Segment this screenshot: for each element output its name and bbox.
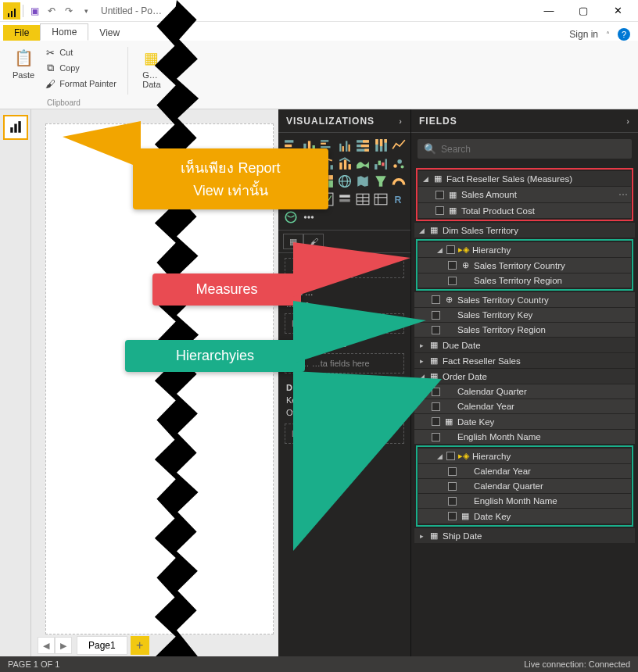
svg-rect-10 — [321, 143, 326, 145]
format-painter-button[interactable]: 🖌Format Painter — [42, 77, 118, 91]
checkbox[interactable] — [448, 497, 457, 506]
undo-icon[interactable]: ↶ — [43, 2, 60, 20]
measure-icon: ▦ — [447, 206, 458, 216]
checkbox[interactable] — [448, 482, 457, 491]
checkbox[interactable] — [446, 245, 455, 254]
svg-rect-28 — [385, 139, 387, 143]
cut-button[interactable]: ✂Cut — [42, 45, 118, 59]
table-row[interactable]: ◢▦Dim Sales Territory — [414, 223, 635, 238]
table-row[interactable]: ◢▦Order Date — [414, 369, 635, 384]
line-chart-icon[interactable] — [391, 138, 407, 153]
waterfall-icon[interactable] — [373, 155, 389, 171]
svg-point-43 — [397, 159, 402, 164]
collapse-panel-icon[interactable]: › — [626, 116, 630, 126]
app-logo-icon — [3, 2, 20, 20]
filled-map-icon[interactable] — [355, 173, 371, 189]
field-row[interactable]: Calendar Quarter — [418, 479, 631, 493]
page-next-button[interactable]: ▶ — [55, 637, 72, 654]
page-tab-1[interactable]: Page1 — [77, 636, 127, 655]
visualizations-header: VISUALIZATIONS › — [278, 109, 410, 133]
search-input[interactable] — [441, 144, 625, 155]
matrix-icon[interactable] — [373, 191, 389, 207]
qat-more-icon[interactable]: ▾ — [77, 2, 95, 20]
close-button[interactable]: ✕ — [600, 1, 635, 21]
table-icon[interactable] — [355, 191, 371, 207]
field-row[interactable]: Calendar Quarter — [414, 384, 635, 399]
table-row[interactable]: ◢▦Fact Reseller Sales (Measures) — [418, 171, 631, 186]
checkbox[interactable] — [432, 311, 440, 320]
measures-highlight-box: ◢▦Fact Reseller Sales (Measures) ▦Sales … — [416, 168, 633, 221]
quick-access-toolbar: ▣ ↶ ↷ ▾ — [3, 2, 95, 20]
help-icon[interactable]: ? — [618, 28, 630, 41]
ribbon-chart-icon[interactable] — [355, 155, 371, 171]
svg-rect-26 — [380, 139, 382, 146]
stacked-bar-100-icon[interactable] — [355, 138, 371, 153]
date-icon: ▦ — [443, 416, 454, 427]
field-row[interactable]: ▦Date Key — [414, 414, 635, 429]
field-row[interactable]: English Month Name — [414, 430, 635, 444]
field-row[interactable]: ▦Total Product Cost — [418, 203, 631, 218]
funnel-icon[interactable] — [373, 173, 389, 189]
import-visual-icon[interactable] — [301, 209, 317, 225]
table-row[interactable]: ▸▦Ship Date — [414, 528, 635, 543]
page-prev-button[interactable]: ◀ — [38, 637, 55, 654]
checkbox[interactable] — [448, 467, 457, 476]
svg-rect-61 — [339, 199, 350, 202]
clipboard-group-label: Clipboard — [9, 97, 118, 107]
checkbox[interactable] — [446, 452, 455, 460]
svg-rect-22 — [364, 149, 369, 152]
save-icon[interactable]: ▣ — [26, 2, 43, 20]
svg-rect-2 — [18, 121, 20, 133]
arcgis-icon[interactable] — [283, 209, 299, 225]
r-visual-icon[interactable]: R — [391, 191, 407, 207]
svg-rect-13 — [339, 144, 341, 152]
slicer-icon[interactable] — [337, 191, 353, 207]
checkbox[interactable] — [432, 295, 440, 304]
hierarchy-row[interactable]: ◢▸◈Hierarchy — [418, 449, 631, 463]
stacked-column-100-icon[interactable] — [373, 138, 389, 153]
map-icon[interactable] — [337, 173, 353, 189]
tab-home[interactable]: Home — [40, 23, 88, 41]
copy-button[interactable]: ⧉Copy — [42, 61, 118, 75]
field-row[interactable]: ⊕Sales Territory Country — [414, 292, 635, 307]
hierarchy-row[interactable]: ◢▸◈Hierarchy — [418, 242, 631, 257]
checkbox[interactable] — [435, 206, 444, 215]
add-page-button[interactable]: + — [131, 636, 149, 655]
date-icon: ▦ — [460, 511, 471, 521]
checkbox[interactable] — [435, 191, 444, 199]
paste-button[interactable]: 📋 Paste — [9, 45, 38, 91]
measure-icon: ▦ — [447, 190, 458, 200]
combo-chart-2-icon[interactable] — [337, 155, 353, 171]
field-row[interactable]: English Month Name — [418, 494, 631, 508]
svg-rect-60 — [339, 195, 350, 197]
field-row[interactable]: Calendar Year — [414, 399, 635, 413]
tab-view[interactable]: View — [88, 25, 131, 41]
scatter-icon[interactable] — [391, 155, 407, 171]
field-row[interactable]: ▦Date Key — [418, 509, 631, 524]
status-page-count: PAGE 1 OF 1 — [8, 659, 59, 669]
table-row[interactable]: ▸▦Fact Reseller Sales — [414, 353, 635, 368]
field-row[interactable]: ▦Sales Amount⋯ — [418, 187, 631, 202]
gauge-icon[interactable] — [391, 173, 407, 189]
field-row[interactable]: Calendar Year — [418, 464, 631, 478]
checkbox[interactable] — [448, 277, 457, 285]
redo-icon[interactable]: ↷ — [60, 2, 77, 20]
collapse-ribbon-icon[interactable]: ˄ — [606, 30, 610, 39]
ribbon: 📋 Paste ✂Cut ⧉Copy 🖌Format Painter Clipb… — [0, 41, 638, 109]
fields-search[interactable]: 🔍 — [418, 139, 632, 159]
field-row[interactable]: ⊕Sales Territory Country — [418, 258, 631, 273]
clustered-column-icon[interactable] — [337, 138, 353, 153]
report-view-button[interactable] — [3, 115, 28, 140]
field-row[interactable]: Sales Territory Region — [414, 323, 635, 337]
field-row[interactable]: Sales Territory Key — [414, 308, 635, 322]
minimize-button[interactable]: ― — [532, 1, 566, 21]
tab-file[interactable]: File — [3, 25, 40, 41]
checkbox[interactable] — [432, 326, 440, 334]
table-row[interactable]: ▸▦Due Date — [414, 338, 635, 352]
checkbox[interactable] — [448, 512, 457, 520]
field-row[interactable]: Sales Territory Region — [418, 273, 631, 288]
maximize-button[interactable]: ▢ — [566, 1, 600, 21]
collapse-panel-icon[interactable]: › — [399, 116, 403, 126]
checkbox[interactable] — [448, 261, 457, 270]
sign-in-link[interactable]: Sign in — [569, 29, 598, 40]
